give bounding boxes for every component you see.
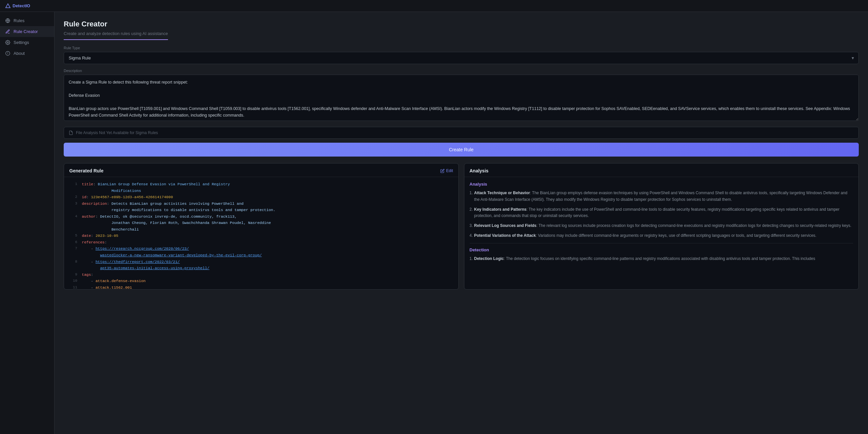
generated-rule-header: Generated Rule Edit [64, 164, 458, 177]
code-line: 11 - attack.t1562.001 [64, 284, 458, 289]
sidebar: Rules Rule Creator Settings About [0, 12, 55, 434]
topbar: DetectIO [0, 0, 868, 12]
code-line: 10 - attack.defense-evasion [64, 278, 458, 284]
analysis-item-1: Attack Technique or Behavior: The BianLi… [470, 190, 854, 203]
create-rule-button[interactable]: Create Rule [64, 143, 859, 156]
sidebar-about-label: About [13, 51, 25, 56]
analysis-item-2: Key Indicators and Patterns: The key ind… [470, 206, 854, 220]
sidebar-item-rules[interactable]: Rules [0, 15, 54, 26]
sidebar-item-about[interactable]: About [0, 48, 54, 59]
rule-type-select[interactable]: Sigma Rule YARA Rule Snort Rule [64, 52, 859, 64]
sidebar-rule-creator-label: Rule Creator [13, 29, 38, 34]
main-content: Rule Creator Create and analyze detectio… [55, 12, 868, 434]
info-icon [5, 51, 10, 56]
analysis-header: Analysis [464, 164, 859, 177]
file-analysis-bar: File Analysis Not Yet Available for Sigm… [64, 127, 859, 139]
file-icon [69, 131, 73, 135]
code-line: 9 tags: [64, 271, 458, 278]
generated-rule-title: Generated Rule [69, 168, 103, 173]
logo: DetectIO [5, 3, 30, 8]
edit-label: Edit [446, 169, 453, 173]
analysis-panel: Analysis Analysis Attack Technique or Be… [464, 163, 859, 290]
gear-icon [5, 40, 10, 45]
rule-type-select-wrapper: Sigma Rule YARA Rule Snort Rule ▼ [64, 52, 859, 64]
rule-type-label: Rule Type [64, 46, 859, 50]
analysis-section2-title: Detection [470, 248, 854, 252]
svg-point-3 [7, 42, 8, 43]
sidebar-rules-label: Rules [13, 18, 24, 23]
description-section: Description Create a Sigma Rule to detec… [64, 69, 859, 122]
page-subtitle: Create and analyze detection rules using… [64, 31, 168, 40]
code-line: 6 references: [64, 239, 458, 246]
analysis-divider [470, 243, 854, 243]
code-line: 8 - https://thedfirreport.com/2022/03/21… [64, 259, 458, 271]
sidebar-item-rule-creator[interactable]: Rule Creator [0, 26, 54, 37]
file-analysis-text: File Analysis Not Yet Available for Sigm… [76, 131, 158, 135]
rule-type-section: Rule Type Sigma Rule YARA Rule Snort Rul… [64, 46, 859, 64]
pencil-icon [5, 29, 10, 34]
code-line: 7 - https://research.nccgroup.com/2020/0… [64, 245, 458, 258]
app-layout: Rules Rule Creator Settings About Rul [0, 12, 868, 434]
description-textarea[interactable]: Create a Sigma Rule to detect this follo… [64, 75, 859, 121]
generated-rule-panel: Generated Rule Edit 1 title: BianLian Gr… [64, 163, 459, 290]
analysis-section1-title: Analysis [470, 182, 854, 186]
analysis-item-detection-1: Detection Logic: The detection logic foc… [470, 256, 854, 262]
description-label: Description [64, 69, 859, 73]
logo-text: DetectIO [12, 3, 30, 8]
page-title: Rule Creator [64, 20, 859, 28]
edit-button[interactable]: Edit [440, 169, 453, 173]
svg-marker-0 [6, 4, 10, 8]
analysis-content: Analysis Attack Technique or Behavior: T… [464, 177, 859, 270]
panels-container: Generated Rule Edit 1 title: BianLian Gr… [64, 163, 859, 290]
code-line: 5 date: 2023-10-05 [64, 233, 458, 239]
code-area: 1 title: BianLian Group Defense Evasion … [64, 177, 458, 289]
code-line: 2 id: 123e4567-e89b-12d3-a456-4266141740… [64, 194, 458, 201]
code-line: 1 title: BianLian Group Defense Evasion … [64, 181, 458, 194]
edit-icon [440, 169, 444, 173]
sidebar-item-settings[interactable]: Settings [0, 37, 54, 48]
sidebar-settings-label: Settings [13, 40, 29, 45]
code-line: 3 description: Detects BianLian group ac… [64, 201, 458, 213]
analysis-item-3: Relevant Log Sources and Fields: The rel… [470, 223, 854, 229]
code-line: 4 author: DetectIO, ok @securonix invrep… [64, 213, 458, 233]
analysis-title: Analysis [470, 168, 489, 173]
globe-icon [5, 18, 10, 23]
analysis-item-4: Potential Variations of the Attack: Vari… [470, 233, 854, 239]
